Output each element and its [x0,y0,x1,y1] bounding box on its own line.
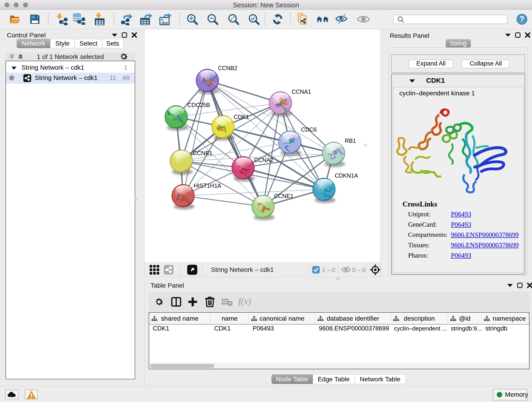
svg-text:HIST1H1A: HIST1H1A [194,182,221,189]
svg-text:CCNA2: CCNA2 [254,157,273,163]
svg-text:CCNB1: CCNB1 [193,150,212,156]
svg-text:CDC25B: CDC25B [187,102,210,108]
svg-text:?: ? [519,14,525,24]
svg-text:CCNE1: CCNE1 [274,193,293,199]
svg-text:CCNA1: CCNA1 [292,89,311,95]
svg-text:CDK1: CDK1 [234,114,249,120]
svg-text:CDKN1A: CDKN1A [335,172,358,179]
svg-text:CCNB2: CCNB2 [218,65,237,71]
svg-text:RB1: RB1 [345,138,356,144]
svg-text:CDC6: CDC6 [301,126,317,133]
